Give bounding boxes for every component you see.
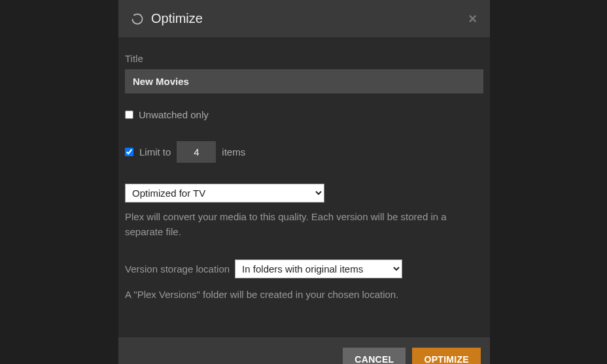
- header-left: Optimize: [131, 11, 203, 26]
- limit-label-suffix: items: [222, 146, 245, 157]
- limit-input[interactable]: [177, 141, 216, 163]
- location-row: Version storage location In folders with…: [125, 259, 483, 278]
- quality-help-text: Plex will convert your media to this qua…: [125, 209, 483, 240]
- modal-footer: CANCEL OPTIMIZE: [118, 337, 490, 364]
- unwatched-label: Unwatched only: [139, 109, 209, 120]
- modal-header: Optimize ×: [118, 0, 490, 37]
- location-help-text: A "Plex Versions" folder will be created…: [125, 288, 483, 303]
- optimize-button[interactable]: OPTIMIZE: [412, 348, 481, 364]
- cancel-button[interactable]: CANCEL: [343, 348, 406, 364]
- modal-body: Title Unwatched only Limit to items Opti…: [118, 37, 490, 315]
- location-select[interactable]: In folders with original items: [235, 259, 402, 278]
- unwatched-row: Unwatched only: [125, 109, 483, 120]
- optimize-modal: Optimize × Title Unwatched only Limit to…: [118, 0, 490, 364]
- unwatched-checkbox[interactable]: [125, 110, 133, 119]
- optimize-icon: [131, 13, 143, 25]
- title-label: Title: [125, 53, 483, 64]
- quality-select[interactable]: Optimized for TV: [125, 184, 324, 203]
- title-input[interactable]: [125, 69, 483, 93]
- limit-row: Limit to items: [125, 141, 483, 163]
- limit-checkbox[interactable]: [125, 148, 133, 156]
- close-icon[interactable]: ×: [468, 12, 477, 26]
- location-label: Version storage location: [125, 263, 230, 274]
- limit-label-prefix: Limit to: [139, 146, 171, 157]
- modal-title: Optimize: [151, 11, 203, 26]
